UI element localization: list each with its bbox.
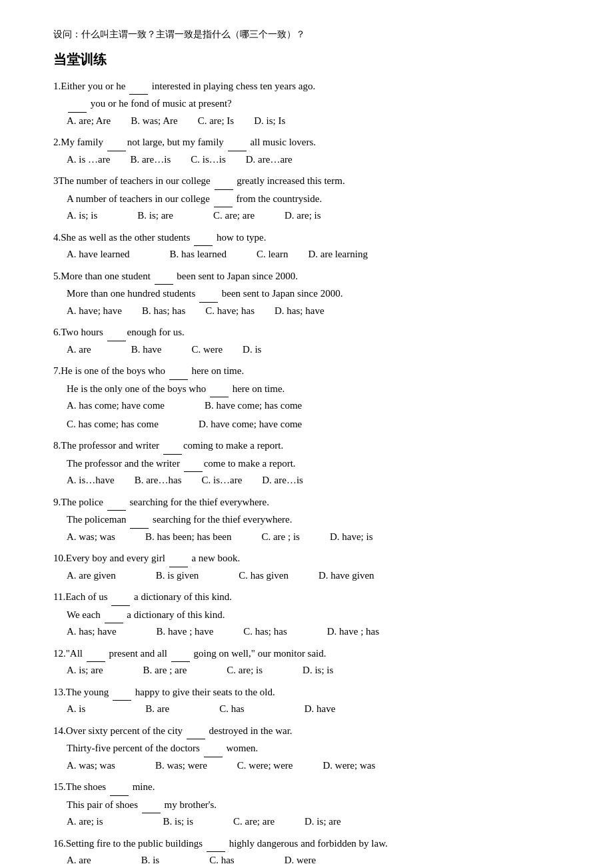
question-block-8: 8.The professor and writer coming to mak…	[53, 437, 573, 489]
options-line: A. are; Are B. was; Are C. are; Is D. is…	[67, 113, 573, 130]
question-line: 11.Each of us a dictionary of this kind.	[53, 588, 573, 606]
question-line: 6.Two hours enough for us.	[53, 323, 573, 341]
question-line: He is the only one of the boys who here …	[67, 380, 573, 398]
question-block-15: 15.The shoes mine.This pair of shoes my …	[53, 778, 573, 831]
question-block-2: 2.My family not large, but my family all…	[53, 133, 573, 168]
options-line: A. are; is B. is; is C. are; are D. is; …	[67, 813, 573, 831]
question-line: 16.Setting fire to the public buildings …	[53, 835, 573, 853]
question-line: 13.The young happy to give their seats t…	[53, 683, 573, 701]
question-line: The professor and the writer come to mak…	[67, 455, 573, 473]
question-line: 1.Either you or he interested in playing…	[53, 77, 573, 95]
options-line: A. is B. are C. has D. have	[67, 701, 573, 718]
options-line: A. is …are B. are…is C. is…is D. are…are	[67, 151, 573, 169]
question-block-16: 16.Setting fire to the public buildings …	[53, 835, 573, 868]
question-block-9: 9.The police searching for the thief eve…	[53, 493, 573, 546]
question-line: 2.My family not large, but my family all…	[53, 133, 573, 151]
options-line: A. was; was B. has been; has been C. are…	[67, 529, 573, 546]
question-line: A number of teachers in our college from…	[67, 190, 573, 208]
question-line: This pair of shoes my brother's.	[67, 796, 573, 814]
question-block-3: 3The number of teachers in our college g…	[53, 172, 573, 225]
question-line: 8.The professor and writer coming to mak…	[53, 437, 573, 455]
question-line: 14.Over sixty percent of the city destro…	[53, 722, 573, 740]
options-line: C. has come; has come D. have come; have…	[67, 416, 573, 433]
question-line: The policeman searching for the thief ev…	[67, 511, 573, 529]
question-line: 7.He is one of the boys who here on time…	[53, 362, 573, 380]
question-line: We each a dictionary of this kind.	[67, 606, 573, 624]
question-line: 12."All present and all going on well," …	[53, 645, 573, 663]
options-line: A. has; have B. have ; have C. has; has …	[67, 623, 573, 641]
options-line: A. are given B. is given C. has given D.…	[67, 567, 573, 585]
question-block-6: 6.Two hours enough for us.A. are B. have…	[53, 323, 573, 358]
question-block-1: 1.Either you or he interested in playing…	[53, 77, 573, 130]
question-block-7: 7.He is one of the boys who here on time…	[53, 362, 573, 433]
question-block-13: 13.The young happy to give their seats t…	[53, 683, 573, 718]
question-line: 5.More than one student been sent to Jap…	[53, 267, 573, 285]
questions-container: 1.Either you or he interested in playing…	[53, 77, 573, 868]
question-line: 9.The police searching for the thief eve…	[53, 493, 573, 511]
intro-text: 设问：什么叫主谓一致？主谓一致是指什么（哪三个一致）？	[53, 27, 573, 43]
section-title: 当堂训练	[53, 48, 573, 71]
options-line: A. has come; have come B. have come; has…	[67, 397, 573, 415]
options-line: A. have learned B. has learned C. learn …	[67, 246, 573, 263]
question-line: 10.Every boy and every girl a new book.	[53, 549, 573, 567]
question-block-14: 14.Over sixty percent of the city destro…	[53, 722, 573, 775]
question-line: you or he fond of music at present?	[67, 95, 573, 113]
question-block-10: 10.Every boy and every girl a new book.A…	[53, 549, 573, 584]
question-line: 3The number of teachers in our college g…	[53, 172, 573, 190]
options-line: A. are B. is C. has D. were	[67, 852, 573, 868]
question-line: More than one hundred students been sent…	[67, 285, 573, 303]
question-block-12: 12."All present and all going on well," …	[53, 645, 573, 679]
question-line: Thirty-five percent of the doctors women…	[67, 739, 573, 757]
options-line: A. is; are B. are ; are C. are; is D. is…	[67, 662, 573, 679]
question-line: 4.She as well as the other students how …	[53, 229, 573, 247]
options-line: A. have; have B. has; has C. have; has D…	[67, 303, 573, 320]
question-block-11: 11.Each of us a dictionary of this kind.…	[53, 588, 573, 641]
options-line: A. are B. have C. were D. is	[67, 341, 573, 359]
question-block-4: 4.She as well as the other students how …	[53, 229, 573, 263]
options-line: A. was; was B. was; were C. were; were D…	[67, 757, 573, 775]
options-line: A. is; is B. is; are C. are; are D. are;…	[67, 207, 573, 225]
question-line: 15.The shoes mine.	[53, 778, 573, 796]
options-line: A. is…have B. are…has C. is…are D. are…i…	[67, 472, 573, 489]
question-block-5: 5.More than one student been sent to Jap…	[53, 267, 573, 320]
